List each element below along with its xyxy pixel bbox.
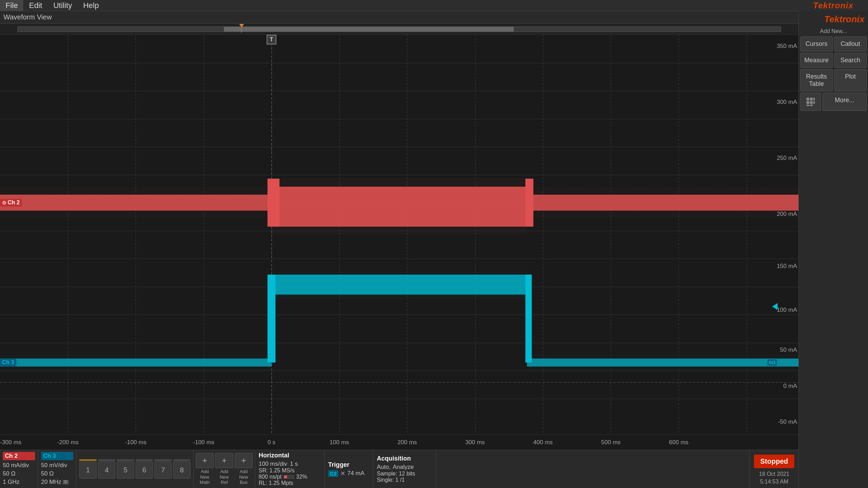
add-ref-icon[interactable]: + [215,453,233,468]
waveform-svg [0,35,798,434]
ch2-scale: 50 mA/div [3,461,35,470]
grid-icon [806,97,816,107]
svg-rect-24 [813,98,815,100]
ch-selector: 1 4 5 6 7 [76,450,194,488]
add-math-group: + AddNewMath [196,453,214,485]
menu-file[interactable]: File [0,0,23,11]
add-new-group: + AddNewMath + AddNewRef + AddNewBus [194,450,255,488]
add-bus-group: + AddNewBus [235,453,253,485]
svg-rect-15 [267,275,275,363]
add-math-label: AddNewMath [200,469,210,485]
ch-btn-1[interactable]: 1 [79,461,97,479]
results-plot-row: Results Table Plot [800,69,867,91]
ch2-info-label: Ch 2 [3,452,35,460]
h-pct: 32% [296,474,307,480]
ch2-label[interactable]: ⊙ Ch 2 [0,199,22,206]
h-sr: SR: 1.25 MS/s [259,467,321,474]
add-math-icon[interactable]: + [196,453,214,468]
acq-analyze: Analyze [393,464,414,471]
status-time: 5:14:53 AM [760,479,788,485]
x-label-300: 300 ms [465,439,485,446]
svg-rect-16 [525,275,532,363]
ch-btn-8[interactable]: 8 [173,461,190,479]
ch1-indicator [79,459,97,461]
svg-rect-28 [806,105,809,106]
timeline-track [17,26,781,32]
measure-search-row: Measure Search [800,53,867,68]
ch-btn-5[interactable]: 5 [117,461,134,479]
menu-utility[interactable]: Utility [48,0,78,11]
right-panel: Tektronix Add New... Cursors Callout Mea… [798,11,868,488]
x-axis-bar: -300 ms -200 ms -100 ms -100 ms 0 s 100 … [0,434,798,450]
svg-rect-3 [271,179,527,235]
main-layout: Waveform View [0,11,868,488]
svg-rect-14 [525,179,533,227]
icon-more-row: More... [800,93,867,111]
trigger-panel[interactable]: Trigger C2 ✕ 74 mA [325,450,373,488]
svg-rect-11 [527,355,798,371]
status-date: 18 Oct 2021 [759,471,789,477]
x-label-200: 200 ms [398,439,417,446]
search-btn[interactable]: Search [834,53,867,68]
svg-rect-5 [527,187,798,219]
acq-sample: Sample: 12 bits [377,471,432,477]
h-time: 1 s [290,461,298,467]
ch3-info[interactable]: Ch 3 50 mV/div 50 Ω 20 MHz B [38,450,76,488]
ch3-impedance: 50 Ω [41,470,73,478]
x-label-neg100: -100 ms [193,439,214,446]
x-label-0: 0 s [268,439,276,446]
acquisition-panel[interactable]: Acquisition Auto, Analyze Sample: 12 bit… [373,450,436,488]
ch-btn-7[interactable]: 7 [154,461,172,479]
ch-btn-4[interactable]: 4 [98,461,115,479]
ch-btn-6[interactable]: 6 [136,461,153,479]
ch3-info-label: Ch 3 [41,452,73,460]
ch3-scale: 50 mV/div [41,461,73,470]
ch2-info[interactable]: Ch 2 50 mA/div 50 Ω 1 GHz [0,450,38,488]
more-btn[interactable]: More... [822,93,867,111]
h-scale: 100 ms/div [259,461,287,467]
trigger-title: Trigger [328,461,370,469]
menu-help[interactable]: Help [78,0,104,11]
acq-title: Acquisition [377,455,432,462]
svg-rect-29 [810,105,813,106]
logo-text: Tektronix [813,1,853,10]
ch7-indicator [154,459,172,461]
add-bus-icon[interactable]: + [235,453,253,468]
horizontal-title: Horizontal [259,452,321,459]
measure-btn[interactable]: Measure [800,53,833,68]
x-label-100: 100 ms [330,439,349,446]
stopped-badge[interactable]: Stopped [754,455,794,468]
logo-area: Tektronix [798,0,868,11]
cursors-btn[interactable]: Cursors [800,36,833,51]
menu-edit[interactable]: Edit [23,0,48,11]
waveform-title: Waveform View [3,13,52,21]
ch3-label[interactable]: Ch 3 [0,359,16,366]
x-label-500: 500 ms [601,439,620,446]
trigger-level: 74 mA [347,470,364,477]
timeline-thumb[interactable] [224,27,514,32]
ch2-impedance: 50 Ω [3,470,35,478]
svg-rect-22 [806,98,809,100]
menu-bar: File Edit Utility Help Tektronix [0,0,868,11]
results-table-btn[interactable]: Results Table [800,69,833,91]
svg-rect-1 [0,187,271,219]
waveform-titlebar: Waveform View [0,11,798,24]
grid-icon-btn[interactable] [800,93,821,111]
svg-rect-27 [813,101,815,104]
ch4-indicator [98,459,115,461]
bottom-spacer [436,450,749,488]
horizontal-panel[interactable]: Horizontal 100 ms/div 1 s SR: 1.25 MS/s … [255,450,325,488]
x-label-600: 600 ms [669,439,689,446]
ch5-indicator [117,459,134,461]
trigger-ch: C2 [328,470,338,477]
svg-rect-25 [806,101,809,104]
add-new-label[interactable]: Add New... [800,27,867,35]
svg-rect-9 [271,271,527,299]
svg-rect-7 [0,355,271,371]
timeline-trigger-marker [239,24,244,33]
plot-btn[interactable]: Plot [834,69,867,91]
ch3-right-label: 0Ω [768,359,777,366]
timeline-bar[interactable] [0,24,798,35]
callout-btn[interactable]: Callout [834,36,867,51]
h-rl: RL: 1.25 Mpts [259,480,321,486]
